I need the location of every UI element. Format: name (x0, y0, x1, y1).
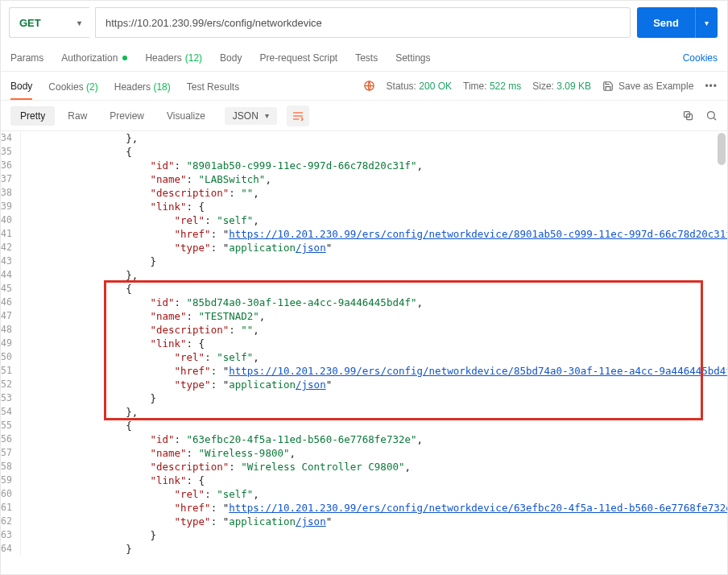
line-number: 35 (1, 145, 20, 159)
chevron-down-icon: ▾ (705, 19, 709, 27)
line-number: 56 (1, 432, 20, 446)
code-line: { (20, 419, 727, 432)
chevron-down-icon: ▾ (77, 19, 81, 27)
save-as-example-button[interactable]: Save as Example (602, 81, 693, 92)
svg-point-6 (708, 112, 715, 119)
line-number: 44 (1, 268, 20, 282)
wrap-lines-button[interactable] (287, 105, 309, 126)
language-value: JSON (233, 110, 259, 122)
save-as-example-label: Save as Example (618, 81, 693, 92)
code-line: { (20, 145, 727, 159)
code-line: "name": "LABSwitch", (20, 172, 727, 186)
format-visualize-button[interactable]: Visualize (157, 106, 215, 126)
resp-tab-cookies-count: (2) (86, 81, 98, 93)
code-line: "link": { (20, 337, 727, 350)
line-number: 47 (1, 309, 20, 323)
network-icon[interactable] (363, 80, 375, 92)
resp-tab-cookies[interactable]: Cookies (2) (48, 73, 97, 99)
size-label: Size: (532, 81, 554, 92)
line-number: 64 (1, 542, 20, 556)
format-pretty-button[interactable]: Pretty (10, 106, 55, 126)
line-number: 59 (1, 474, 20, 487)
resp-tab-tests[interactable]: Test Results (187, 73, 239, 99)
resp-tab-headers-label: Headers (114, 81, 151, 93)
code-line: { (20, 282, 727, 296)
code-line: "type": "application/json" (20, 378, 727, 391)
line-number: 40 (1, 213, 20, 227)
line-number: 55 (1, 419, 20, 432)
tab-params[interactable]: Params (10, 52, 43, 64)
tab-authorization-label: Authorization (61, 52, 118, 64)
code-line: }, (20, 131, 727, 145)
resp-tab-headers[interactable]: Headers (18) (114, 73, 171, 99)
response-body-viewer[interactable]: 34 },35 {36 "id": "8901ab50-c999-11ec-99… (1, 131, 727, 575)
cookies-link[interactable]: Cookies (683, 52, 718, 64)
size-value: 3.09 KB (556, 81, 591, 92)
tab-prerequest[interactable]: Pre-request Script (259, 52, 337, 64)
format-preview-button[interactable]: Preview (100, 106, 154, 126)
chevron-down-icon: ▾ (265, 111, 269, 120)
code-line: }, (20, 405, 727, 419)
line-number: 54 (1, 405, 20, 419)
line-number: 57 (1, 446, 20, 460)
line-number: 37 (1, 172, 20, 186)
line-number: 45 (1, 282, 20, 296)
code-line: "description": "", (20, 186, 727, 200)
url-input[interactable] (95, 7, 631, 38)
time-label: Time: (463, 81, 487, 92)
line-number: 41 (1, 227, 20, 241)
code-line: "type": "application/json" (20, 241, 727, 254)
more-icon[interactable]: ••• (705, 81, 718, 92)
code-line: "link": { (20, 200, 727, 213)
http-method-select[interactable]: GET ▾ (9, 7, 89, 38)
code-line: } (20, 391, 727, 405)
code-line: "href": "https://10.201.230.99/ers/confi… (20, 501, 727, 515)
code-line: }, (20, 268, 727, 282)
tab-body[interactable]: Body (220, 52, 242, 64)
language-select[interactable]: JSON ▾ (225, 107, 277, 125)
tab-headers[interactable]: Headers (12) (145, 52, 202, 64)
time-value: 522 ms (490, 81, 521, 92)
resp-tab-body[interactable]: Body (10, 72, 32, 100)
resp-tab-cookies-label: Cookies (48, 81, 83, 93)
send-button[interactable]: Send (637, 7, 695, 38)
tab-settings[interactable]: Settings (395, 52, 430, 64)
line-number: 34 (1, 131, 20, 145)
line-number: 62 (1, 515, 20, 528)
status-block: Status: 200 OK (387, 81, 452, 92)
code-line: } (20, 254, 727, 268)
line-number: 52 (1, 378, 20, 391)
code-line: "name": "TESTNAD2", (20, 309, 727, 323)
status-code: 200 OK (419, 81, 452, 92)
code-line: "description": "", (20, 323, 727, 337)
code-line: } (20, 528, 727, 542)
line-number: 38 (1, 186, 20, 200)
code-line: "type": "application/json" (20, 515, 727, 528)
line-number: 63 (1, 528, 20, 542)
line-number: 46 (1, 296, 20, 309)
code-line: "name": "Wireless-9800", (20, 446, 727, 460)
code-line: "id": "85bd74a0-30af-11ee-a4cc-9a446445b… (20, 296, 727, 309)
code-line: } (20, 542, 727, 556)
line-number: 58 (1, 460, 20, 474)
line-number: 49 (1, 337, 20, 350)
line-number: 42 (1, 241, 20, 254)
line-number: 61 (1, 501, 20, 515)
tab-authorization[interactable]: Authorization (61, 52, 127, 64)
tab-tests[interactable]: Tests (355, 52, 378, 64)
svg-line-7 (714, 118, 716, 120)
resp-tab-headers-count: (18) (153, 81, 170, 93)
status-label: Status: (387, 81, 416, 92)
tab-headers-count: (12) (185, 52, 202, 64)
code-line: "link": { (20, 474, 727, 487)
code-line: "id": "63efbc20-4f5a-11ed-b560-6e7768fe7… (20, 432, 727, 446)
code-line: "rel": "self", (20, 350, 727, 364)
format-raw-button[interactable]: Raw (58, 106, 97, 126)
line-number: 39 (1, 200, 20, 213)
copy-icon[interactable] (682, 110, 694, 122)
send-split-button[interactable]: ▾ (695, 7, 718, 38)
search-icon[interactable] (705, 110, 718, 122)
line-number: 53 (1, 391, 20, 405)
code-line: "href": "https://10.201.230.99/ers/confi… (20, 227, 727, 241)
dot-icon (122, 56, 127, 60)
